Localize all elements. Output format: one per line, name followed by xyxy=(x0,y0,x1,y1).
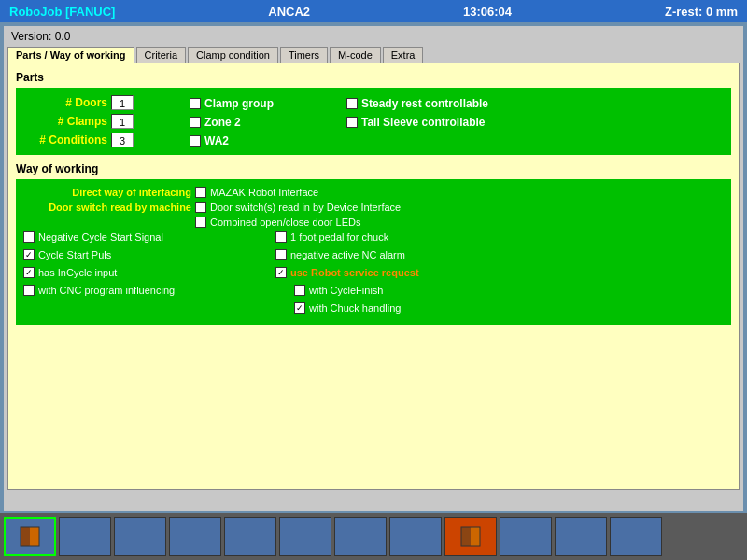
clamp-group-checkbox[interactable] xyxy=(190,98,201,109)
toolbar-btn-10[interactable] xyxy=(500,517,552,556)
cycle-finish-checkbox[interactable] xyxy=(294,285,305,296)
app-title: RoboJob [FANUC] xyxy=(9,5,115,19)
tab-clamp-condition[interactable]: Clamp condition xyxy=(188,47,278,63)
tab-mcode[interactable]: M-code xyxy=(330,47,381,63)
clamp-group-row: Clamp group xyxy=(190,97,339,110)
tail-sleeve-checkbox[interactable] xyxy=(346,117,358,128)
zrest-label: Z-rest: 0 mm xyxy=(665,5,738,19)
chuck-handling-label: with Chuck handling xyxy=(309,302,401,314)
cycle-finish-row: with CycleFinish xyxy=(294,285,546,296)
doors-value[interactable]: 1 xyxy=(111,95,134,110)
cnc-program-checkbox[interactable] xyxy=(23,285,35,296)
version-label: Version: 0.0 xyxy=(11,30,740,43)
tail-sleeve-row: Tail Sleeve controllable xyxy=(346,116,488,129)
toolbar-btn-8[interactable] xyxy=(389,517,442,556)
wa2-checkbox[interactable] xyxy=(190,135,201,147)
chuck-handling-row: with Chuck handling xyxy=(294,302,546,314)
wow-right-col: 1 foot pedal for chuck negative active N… xyxy=(275,231,546,317)
svg-rect-3 xyxy=(461,527,471,546)
cnc-program-label: with CNC program influencing xyxy=(38,285,175,296)
chuck-handling-checkbox[interactable] xyxy=(294,302,305,314)
zone2-checkbox[interactable] xyxy=(190,117,201,128)
tail-sleeve-label: Tail Sleeve controllable xyxy=(361,116,486,129)
combined-led-row: Combined open/close door LEDs xyxy=(195,217,724,228)
wa2-label: WA2 xyxy=(204,134,229,147)
svg-rect-1 xyxy=(30,527,39,546)
conditions-row: # Conditions 3 xyxy=(23,133,182,147)
clamps-value[interactable]: 1 xyxy=(111,114,134,129)
incycle-row: has InCycle input xyxy=(23,267,275,278)
device-interface-checkbox[interactable] xyxy=(195,202,206,213)
neg-cycle-row: Negative Cycle Start Signal xyxy=(23,231,275,243)
doors-label: # Doors xyxy=(23,96,107,109)
cycle-start-puls-row: Cycle Start Puls xyxy=(23,249,275,260)
steady-rest-checkbox[interactable] xyxy=(346,98,358,109)
door-switch-label: Door switch read by machine xyxy=(23,202,191,213)
neg-active-label: negative active NC alarm xyxy=(290,249,405,260)
zone2-row: Zone 2 xyxy=(190,116,339,129)
neg-cycle-checkbox[interactable] xyxy=(23,231,35,243)
combined-led-checkbox[interactable] xyxy=(195,217,206,228)
doors-row: # Doors 1 xyxy=(23,95,182,110)
steady-rest-label: Steady rest controllable xyxy=(361,97,488,110)
foot-pedal-label: 1 foot pedal for chuck xyxy=(290,231,388,243)
wow-box: Direct way of interfacing MAZAK Robot In… xyxy=(16,179,731,325)
combined-led-label: Combined open/close door LEDs xyxy=(210,217,360,228)
toolbar-btn-1[interactable] xyxy=(4,517,56,556)
tab-criteria[interactable]: Criteria xyxy=(136,47,186,63)
direct-way-row: Direct way of interfacing MAZAK Robot In… xyxy=(23,187,724,198)
wow-section-label: Way of working xyxy=(16,162,731,175)
incycle-checkbox[interactable] xyxy=(23,267,35,278)
clamp-group-label: Clamp group xyxy=(204,97,274,110)
toolbar-btn-3[interactable] xyxy=(114,517,166,556)
neg-active-row: negative active NC alarm xyxy=(275,249,546,260)
tab-content: Parts # Doors 1 # Clamps 1 # Conditions … xyxy=(7,63,740,490)
incycle-label: has InCycle input xyxy=(38,267,117,278)
mazak-label: MAZAK Robot Interface xyxy=(210,187,318,198)
toolbar xyxy=(0,513,747,560)
cycle-start-puls-checkbox[interactable] xyxy=(23,249,35,260)
toolbar-btn-6[interactable] xyxy=(279,517,331,556)
robot-service-checkbox[interactable] xyxy=(275,267,287,278)
tab-timers[interactable]: Timers xyxy=(280,47,328,63)
toolbar-btn-4[interactable] xyxy=(169,517,221,556)
foot-pedal-row: 1 foot pedal for chuck xyxy=(275,231,546,243)
toolbar-btn-2[interactable] xyxy=(59,517,111,556)
toolbar-btn-12[interactable] xyxy=(610,517,662,556)
zone2-label: Zone 2 xyxy=(204,116,241,129)
toolbar-btn-11[interactable] xyxy=(555,517,607,556)
machine-name: ANCA2 xyxy=(268,5,310,19)
conditions-value[interactable]: 3 xyxy=(111,133,134,147)
tab-bar: Parts / Way of working Criteria Clamp co… xyxy=(7,47,740,63)
wow-left-col: Negative Cycle Start Signal Cycle Start … xyxy=(23,231,275,317)
main-area: Version: 0.0 Parts / Way of working Crit… xyxy=(4,26,743,511)
conditions-label: # Conditions xyxy=(23,133,107,147)
tab-parts-way-of-working[interactable]: Parts / Way of working xyxy=(7,47,134,63)
svg-rect-0 xyxy=(21,527,30,546)
clamps-row: # Clamps 1 xyxy=(23,114,182,129)
toolbar-btn-9[interactable] xyxy=(444,517,497,556)
mazak-checkbox[interactable] xyxy=(195,187,206,198)
title-bar: RoboJob [FANUC] ANCA2 13:06:04 Z-rest: 0… xyxy=(0,0,747,22)
foot-pedal-checkbox[interactable] xyxy=(275,231,287,243)
clamps-label: # Clamps xyxy=(23,115,107,128)
device-interface-label: Door switch(s) read in by Device Interfa… xyxy=(210,202,401,213)
cycle-start-puls-label: Cycle Start Puls xyxy=(38,249,111,260)
svg-rect-4 xyxy=(471,527,480,546)
neg-active-checkbox[interactable] xyxy=(275,249,287,260)
cycle-finish-label: with CycleFinish xyxy=(309,285,383,296)
parts-box: # Doors 1 # Clamps 1 # Conditions 3 xyxy=(16,88,731,155)
tab-extra[interactable]: Extra xyxy=(383,47,424,63)
robot-service-row: use Robot service request xyxy=(275,267,546,278)
steady-rest-row: Steady rest controllable xyxy=(346,97,488,110)
robot-service-label: use Robot service request xyxy=(290,267,419,278)
door-switch-row: Door switch read by machine Door switch(… xyxy=(23,202,724,213)
neg-cycle-label: Negative Cycle Start Signal xyxy=(38,231,163,243)
wa2-row: WA2 xyxy=(190,134,339,147)
toolbar-btn-7[interactable] xyxy=(334,517,387,556)
toolbar-btn-5[interactable] xyxy=(224,517,276,556)
parts-section-label: Parts xyxy=(16,71,731,84)
cnc-program-row: with CNC program influencing xyxy=(23,285,275,296)
direct-way-label: Direct way of interfacing xyxy=(23,187,191,198)
clock: 13:06:04 xyxy=(463,5,512,19)
